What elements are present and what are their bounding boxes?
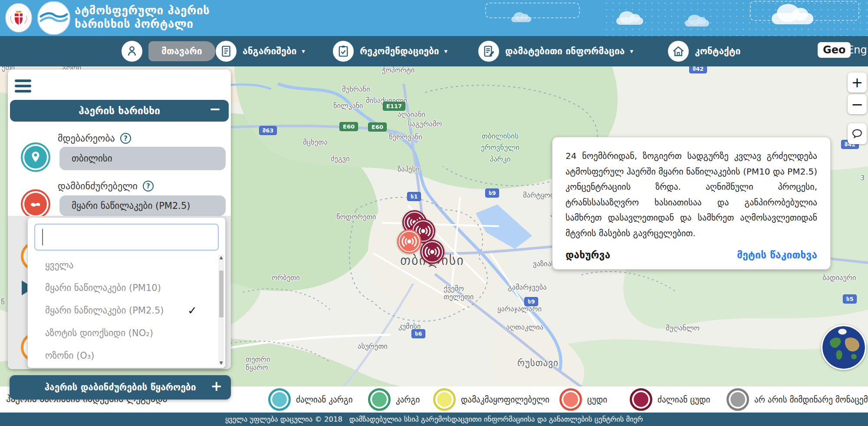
map-place-label: თეთრი წყარო: [246, 355, 270, 372]
dropdown-scrollbar[interactable]: ▲ ▼: [218, 255, 224, 365]
scroll-down-icon[interactable]: ▼: [218, 360, 224, 365]
nav-item-4[interactable]: დამატებითი ინფორმაცია▾: [478, 36, 633, 66]
pollutant-dropdown: ყველამყარი ნაწილაკები (PM10)მყარი ნაწილა…: [27, 217, 226, 368]
pollutant-label: დამბინძურებელი: [58, 181, 138, 192]
legend-color-dot: [559, 388, 582, 411]
scrollbar-thumb[interactable]: [219, 271, 224, 317]
legend-item: ძალიან ცუდი: [630, 388, 710, 411]
site-title: ატმოსფერული ჰაერის ხარისხის პორტალი: [75, 4, 210, 31]
pollution-sources-section-header[interactable]: ჰაერის დაბინძურების წყაროები +: [10, 375, 231, 400]
footer: ყველა უფლება დაცულია © 2018 დამზადებულია…: [0, 413, 868, 426]
satellite-globe-button[interactable]: [821, 325, 866, 370]
map-place-label: წეროვანი: [389, 133, 422, 141]
dropdown-option[interactable]: მყარი ნაწილაკები (PM10): [28, 277, 219, 299]
language-eng-button[interactable]: Eng: [847, 44, 867, 56]
map-place-label: ძეგვი: [331, 155, 350, 163]
map-place-label: მუხრანი: [342, 85, 370, 93]
popup-read-more-link[interactable]: მეტის წაკითხვა: [737, 249, 817, 261]
air-quality-section-header[interactable]: ჰაერის ხარისხი −: [10, 100, 229, 122]
road-badge: E60: [368, 122, 387, 132]
map-place-label: ბადიაური: [822, 274, 856, 282]
cloud-icon: [616, 17, 643, 25]
footer-text: ყველა უფლება დაცულია © 2018 დამზადებულია…: [225, 415, 643, 423]
dropdown-option[interactable]: მყარი ნაწილაკები (PM2.5)✓: [28, 299, 219, 322]
air-quality-header-label: ჰაერის ხარისხი: [79, 105, 160, 116]
nav-item-label: რეკომენდაციები: [360, 46, 439, 56]
nav-item-label: კონტაქტი: [695, 46, 740, 56]
pollutant-help-icon[interactable]: ?: [143, 181, 154, 192]
check-icon: ✓: [187, 304, 197, 317]
road-badge: ს6: [411, 329, 425, 338]
map-place-label: წილკანი: [333, 102, 363, 110]
zoom-in-button[interactable]: +: [848, 73, 867, 92]
map-place-label: აღთაკლია: [506, 323, 543, 331]
legend-color-dot: [268, 388, 291, 411]
nav-item-3[interactable]: რეკომენდაციები▾: [333, 36, 447, 66]
pollution-sources-label: ჰაერის დაბინძურების წყაროები: [44, 382, 196, 393]
legend-item-label: დამაკმაყოფილებელი: [461, 395, 549, 404]
portal-wave-logo: [37, 1, 70, 35]
map-place-label: წ: [1, 298, 5, 306]
map-place-label: მცხეთა: [303, 138, 328, 146]
station-marker[interactable]: [420, 239, 445, 264]
nav-item-label: დამატებითი ინფორმაცია: [505, 46, 625, 56]
air-quality-portal: ეთიგორიჭოპორტიმუხრანიწილკანიმისაქციელიაღ…: [0, 0, 868, 426]
extra-info-icon: [478, 41, 499, 62]
globe-icon: [822, 326, 865, 369]
dropdown-search-input[interactable]: [34, 224, 219, 251]
road-badge: ს1: [407, 192, 421, 201]
station-marker[interactable]: [397, 229, 422, 254]
recommendations-icon: [333, 41, 354, 62]
coat-of-arms-logo: [5, 3, 32, 33]
pollutant-select[interactable]: მყარი ნაწილაკები (PM2.5): [59, 195, 226, 216]
feedback-button[interactable]: [848, 123, 867, 144]
zoom-out-button[interactable]: −: [848, 94, 867, 114]
language-geo-button[interactable]: Geo: [818, 42, 851, 58]
map-place-label: წოდორეთი: [336, 213, 376, 221]
dropdown-option[interactable]: აზოტის დიოქსიდი (NO₂): [28, 322, 219, 344]
nav-item-5[interactable]: კონტაქტი: [668, 36, 740, 66]
road-badge: შ63: [259, 126, 277, 135]
scroll-up-icon[interactable]: ▲: [218, 255, 224, 260]
pollutant-icon: [21, 189, 50, 219]
announcement-popup: 24 ნოემბრიდან, ზოგიერთ სადგურზე კვლავ გრ…: [552, 137, 831, 270]
map-place-label: თბილისის ეროვნული პარკი: [481, 130, 519, 165]
chevron-down-icon: ▾: [630, 47, 633, 55]
nav-item-2[interactable]: ანგარიშები▾: [216, 36, 305, 66]
map-place-label: საგურამო: [408, 120, 442, 128]
cloud-icon: [772, 13, 813, 24]
home-person-icon: [122, 41, 142, 62]
location-select[interactable]: თბილისი: [59, 147, 226, 170]
dropdown-option[interactable]: ოზონი (O₃): [28, 344, 219, 367]
nav-item-label: მთავარი: [148, 41, 215, 61]
map-place-label: მუღანლო: [666, 324, 700, 332]
nav-item-1[interactable]: მთავარი: [122, 36, 215, 66]
legend-item: დამაკმაყოფილებელი: [433, 388, 549, 411]
legend-color-dot: [433, 388, 456, 411]
main-navigation: მთავარიანგარიშები▾რეკომენდაციები▾დამატებ…: [0, 36, 868, 66]
hamburger-menu-icon[interactable]: [15, 79, 32, 92]
legend-item-label: კარგი: [396, 395, 420, 404]
collapse-icon[interactable]: −: [209, 101, 221, 117]
dropdown-option[interactable]: ყველა: [28, 254, 219, 277]
map-place-label: აღაიანი: [398, 110, 425, 119]
legend-color-dot: [727, 388, 749, 411]
legend-item: ძალიან კარგი: [268, 388, 353, 411]
contact-house-icon: [668, 41, 689, 62]
legend-item: ცუდი: [559, 388, 607, 411]
location-help-icon[interactable]: ?: [120, 133, 131, 144]
map-place-label: ჭოპორტი: [382, 66, 414, 74]
announcement-text: 24 ნოემბრიდან, ზოგიერთ სადგურზე კვლავ გრ…: [566, 149, 817, 241]
popup-close-button[interactable]: დახურვა: [566, 249, 610, 261]
nav-item-label: ანგარიშები: [243, 46, 296, 56]
expand-icon[interactable]: +: [210, 378, 222, 394]
legend-item-label: ძალიან კარგი: [296, 395, 353, 404]
map-place-label: ქვემო თელეთი: [444, 284, 473, 301]
map-place-label: ზაჰესი: [398, 165, 420, 173]
legend-item: კარგი: [368, 388, 420, 411]
location-pin-icon: [21, 142, 50, 172]
map-place-label: 3: [860, 174, 865, 182]
location-label: მდებარეობა: [58, 133, 115, 144]
legend-color-dot: [630, 388, 652, 411]
cloud-icon: [511, 17, 531, 22]
